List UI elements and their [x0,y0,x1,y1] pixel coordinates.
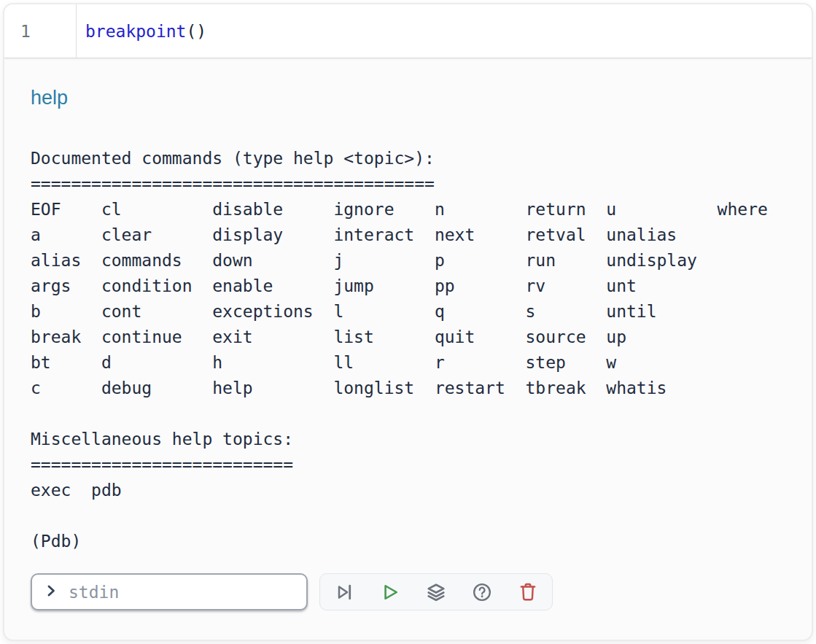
play-icon [380,582,400,602]
trash-icon [518,582,538,602]
line-number: 1 [4,22,31,41]
code-token-punctuation: () [186,22,206,41]
stdin-input-wrapper [31,573,308,610]
stack-button[interactable] [426,582,446,602]
step-button[interactable] [334,582,354,602]
output-panel: help Documented commands (type help <top… [4,58,812,610]
code-line[interactable]: breakpoint() [77,4,206,58]
run-button[interactable] [380,582,400,602]
code-editor: 1 breakpoint() [4,4,812,58]
pdb-console-app: 1 breakpoint() help Documented commands … [3,3,813,641]
stdin-input[interactable] [67,582,298,602]
clear-button[interactable] [518,582,538,602]
pdb-help-text: Documented commands (type help <topic>):… [31,149,768,500]
pdb-prompt: (Pdb) [31,532,91,551]
debug-toolbar [319,573,553,610]
code-token-builtin: breakpoint [85,22,186,41]
echoed-command: help [31,85,812,110]
question-circle-icon [472,582,492,602]
skip-forward-icon [334,582,354,602]
editor-gutter: 1 [4,4,77,58]
layers-icon [426,582,446,602]
terminal-output: Documented commands (type help <topic>):… [31,146,812,554]
controls-row [31,573,812,610]
chevron-right-icon [42,582,60,602]
help-button[interactable] [472,582,492,602]
